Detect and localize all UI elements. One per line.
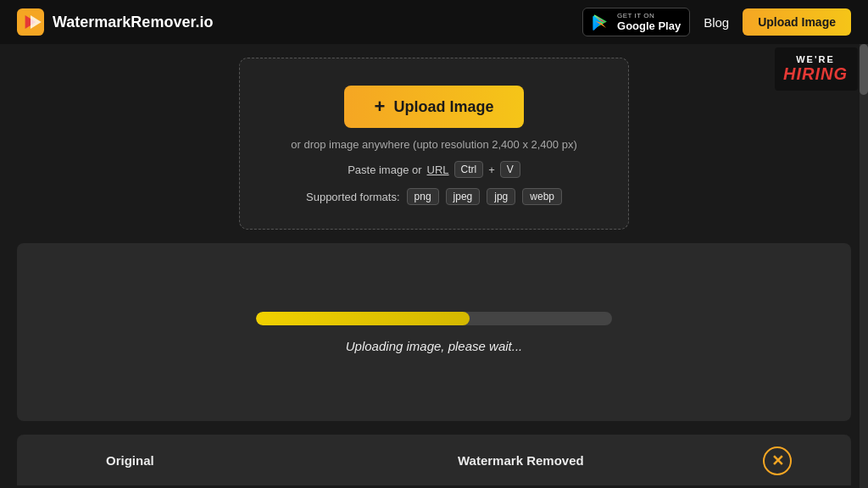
google-play-icon <box>592 13 610 31</box>
header: WatermarkRemover.io <box>0 0 868 44</box>
url-link[interactable]: URL <box>427 164 449 176</box>
paste-row: Paste image or URL Ctrl + V <box>348 161 520 178</box>
formats-label: Supported formats: <box>306 191 400 203</box>
progress-bar-container <box>256 312 612 325</box>
drop-text: or drop image anywhere (upto resolution … <box>291 138 576 151</box>
progress-section: Uploading image, please wait... <box>17 243 851 421</box>
upload-button-label: Upload Image <box>393 98 493 116</box>
format-webp: webp <box>522 188 562 205</box>
hiring-text: HIRING <box>783 64 848 84</box>
watermark-removed-label: Watermark Removed <box>458 453 584 468</box>
format-jpeg: jpeg <box>446 188 481 205</box>
progress-text: Uploading image, please wait... <box>346 339 522 353</box>
plus-icon: + <box>375 97 386 116</box>
close-icon: ✕ <box>771 452 784 470</box>
logo-icon <box>17 8 44 36</box>
bottom-section: Original Watermark Removed ✕ <box>17 435 851 485</box>
header-actions: GET IT ON Google Play Blog Upload Image <box>582 8 851 36</box>
hiring-were-text: WE'RE <box>796 54 835 64</box>
upload-button-main[interactable]: + Upload Image <box>344 86 525 128</box>
ctrl-key: Ctrl <box>454 161 484 178</box>
google-play-text: GET IT ON Google Play <box>617 12 681 32</box>
upload-button-header[interactable]: Upload Image <box>743 8 851 36</box>
format-png: png <box>407 188 439 205</box>
format-jpg: jpg <box>487 188 515 205</box>
progress-bar-fill <box>256 312 470 325</box>
get-it-on-label: GET IT ON <box>617 12 681 19</box>
brand-name: WatermarkRemover.io <box>53 14 213 31</box>
brand-area: WatermarkRemover.io <box>17 8 213 36</box>
google-play-button[interactable]: GET IT ON Google Play <box>582 8 690 36</box>
paste-text: Paste image or <box>348 164 421 176</box>
close-button[interactable]: ✕ <box>763 446 792 475</box>
scrollbar[interactable] <box>860 44 868 488</box>
plus-separator: + <box>488 164 495 176</box>
hiring-badge[interactable]: WE'RE HIRING <box>775 47 858 91</box>
upload-drop-area[interactable]: + Upload Image or drop image anywhere (u… <box>239 58 629 230</box>
v-key: V <box>500 161 520 178</box>
scrollbar-thumb[interactable] <box>860 44 868 95</box>
original-label: Original <box>106 453 154 468</box>
formats-row: Supported formats: png jpeg jpg webp <box>306 188 562 205</box>
blog-link[interactable]: Blog <box>704 15 729 30</box>
main-content: + Upload Image or drop image anywhere (u… <box>0 44 868 485</box>
google-play-label: Google Play <box>617 19 681 32</box>
